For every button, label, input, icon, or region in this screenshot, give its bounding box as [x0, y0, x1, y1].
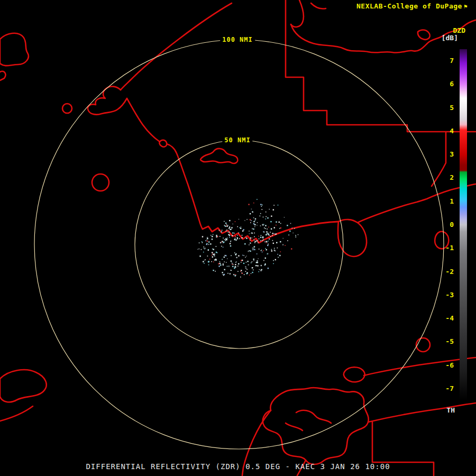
coast-left-edge-small — [0, 71, 5, 80]
coastline-southwest — [127, 98, 160, 142]
colorbar-units: [dB] — [442, 34, 458, 42]
colorbar-tick: 7 — [438, 57, 454, 65]
colorbar-title: DZD — [453, 26, 465, 34]
colorbar-tick: 2 — [438, 173, 454, 182]
coast-bottomleft — [0, 406, 33, 421]
colorbar-tick: 6 — [438, 80, 454, 88]
boundary-bottomright-line-1 — [368, 403, 475, 422]
radar-echoes — [197, 199, 298, 277]
lake-inner-detail-1 — [296, 410, 331, 423]
circle-feature-upperleft — [62, 104, 72, 113]
islands-near-50nmi-label — [200, 149, 237, 163]
island-topleft — [0, 33, 29, 66]
colorbar-tick: -7 — [438, 385, 454, 393]
radar-map-canvas — [0, 0, 476, 476]
colorbar-tick: 4 — [438, 127, 454, 135]
coastline-west-arc — [121, 3, 232, 90]
ring-label-100nmi: 100 NMI — [220, 35, 255, 44]
peninsula-east-blob — [338, 219, 367, 257]
colorbar-tick: 1 — [438, 197, 454, 206]
coastline-inlet-loop — [159, 140, 167, 147]
colorbar-bottom-label: TH — [446, 406, 455, 414]
colorbar-tick: 3 — [438, 150, 454, 159]
colorbar-tick: -3 — [438, 291, 454, 299]
colorbar-tick: -1 — [438, 244, 454, 252]
boundary-bottomright-line-2 — [364, 358, 475, 376]
river-topright-spur — [291, 0, 304, 27]
colorbar — [460, 49, 467, 400]
brand-label: NEXLAB-College of DuPage — [356, 2, 462, 10]
product-caption: DIFFERENTIAL REFLECTIVITY (ZDR) 0.5 DEG … — [86, 462, 390, 471]
colorbar-tick: 5 — [438, 104, 454, 112]
lake-bottomright-large — [263, 388, 369, 464]
brand-mark-icon: ⚑ — [464, 3, 468, 10]
river-small-squiggle — [311, 3, 326, 9]
circle-feature-right — [416, 338, 430, 352]
lake-bottomright-small — [344, 367, 365, 382]
ring-label-50nmi: 50 NMI — [222, 136, 252, 144]
colorbar-tick: -5 — [438, 337, 454, 346]
island-topright-small — [418, 30, 430, 40]
colorbar-tick: -4 — [438, 314, 454, 323]
range-ring-50nmi — [135, 140, 343, 349]
radar-display: 100 NMI 50 NMI NEXLAB-College of DuPage⚑… — [0, 0, 476, 476]
island-bottomleft — [0, 370, 47, 402]
colorbar-tick: -2 — [438, 268, 454, 276]
coastline-northeast — [358, 184, 475, 223]
lake-inner-detail-2 — [286, 423, 303, 431]
colorbar-tick: 0 — [438, 221, 454, 229]
coastline-descending — [167, 144, 203, 229]
brand-text: NEXLAB-College of DuPage⚑ — [356, 2, 468, 10]
colorbar-tick: -6 — [438, 361, 454, 370]
circle-feature-left — [92, 174, 109, 191]
